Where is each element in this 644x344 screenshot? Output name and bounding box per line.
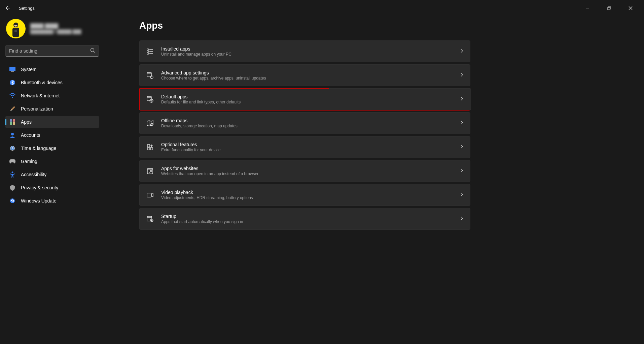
profile-name: ████ ████ [30,23,81,29]
card-title: Apps for websites [161,166,258,171]
card-title: Advanced app settings [161,70,266,75]
svg-rect-43 [147,168,153,174]
card-text: Video playback Video adjustments, HDR st… [161,190,253,200]
svg-rect-14 [10,119,12,122]
svg-rect-1 [608,7,610,10]
svg-point-13 [12,97,13,98]
card-title: Installed apps [161,46,231,52]
map-icon [146,120,154,127]
svg-rect-40 [150,148,153,150]
nav-time[interactable]: Time & language [5,142,99,154]
search-icon [90,48,95,54]
back-button[interactable] [4,5,11,11]
nav-label: System [21,67,37,72]
profile-text: ████ ████ ████████@█████.███ [30,23,81,34]
nav-update[interactable]: Windows Update [5,195,99,207]
list-icon [146,48,154,55]
accessibility-icon [9,171,15,178]
card-sub: Defaults for file and link types, other … [161,100,241,104]
video-icon [146,191,154,199]
chevron-right-icon [460,72,463,79]
back-arrow-icon [5,5,10,11]
nav-gaming[interactable]: Gaming [5,155,99,167]
search-box[interactable] [5,45,99,57]
sidebar: ████ ████ ████████@█████.███ System Blue… [0,16,101,344]
svg-rect-11 [11,71,14,72]
default-apps-icon [146,96,154,103]
svg-point-8 [91,48,94,52]
card-sub: Websites that can open in an app instead… [161,171,258,176]
card-sub: Choose where to get apps, archive apps, … [161,76,266,81]
nav-label: Personalization [21,106,53,112]
card-text: Default apps Defaults for file and link … [161,94,241,104]
card-title: Optional features [161,142,221,147]
minimize-icon [585,6,589,10]
chevron-right-icon [460,96,463,102]
app-gear-icon [146,72,154,79]
svg-rect-38 [147,145,150,147]
page-title: Apps [139,20,644,31]
card-default-apps[interactable]: Default apps Defaults for file and link … [139,88,470,110]
profile-email: ████████@█████.███ [30,29,81,34]
nav-system[interactable]: System [5,63,99,75]
card-installed-apps[interactable]: Installed apps Uninstall and manage apps… [139,40,470,62]
svg-rect-7 [14,30,17,32]
avatar [6,19,26,38]
profile-block[interactable]: ████ ████ ████████@█████.███ [5,19,101,38]
svg-rect-10 [9,67,15,71]
gamepad-icon [9,158,15,164]
clock-icon [9,145,15,151]
nav-accounts[interactable]: Accounts [5,129,99,141]
open-external-icon [146,167,154,175]
card-title: Video playback [161,190,253,195]
nav-label: Accounts [21,132,40,138]
svg-rect-46 [147,216,152,221]
shield-icon [9,185,15,191]
card-text: Installed apps Uninstall and manage apps… [161,46,231,57]
svg-rect-25 [147,53,148,54]
nav-network[interactable]: Network & internet [5,90,99,102]
card-title: Startup [161,214,243,219]
svg-point-31 [150,76,153,79]
svg-point-21 [12,171,13,173]
nav-privacy[interactable]: Privacy & security [5,182,99,194]
body-area: ████ ████ ████████@█████.███ System Blue… [0,16,644,344]
card-advanced-settings[interactable]: Advanced app settings Choose where to ge… [139,64,470,86]
card-sub: Uninstall and manage apps on your PC [161,52,231,57]
nav-label: Windows Update [21,198,57,204]
svg-rect-15 [13,119,15,122]
card-apps-for-websites[interactable]: Apps for websites Websites that can open… [139,160,470,182]
card-text: Startup Apps that start automatically wh… [161,214,243,224]
nav-apps[interactable]: Apps [5,116,99,128]
nav-label: Accessibility [21,172,46,177]
card-text: Offline maps Downloads, storage location… [161,118,238,128]
card-video-playback[interactable]: Video playback Video adjustments, HDR st… [139,184,470,206]
chevron-right-icon [460,120,463,126]
svg-rect-23 [147,49,148,50]
card-startup[interactable]: Startup Apps that start automatically wh… [139,208,470,230]
close-button[interactable] [623,3,638,13]
cards-list: Installed apps Uninstall and manage apps… [139,40,470,230]
card-text: Optional features Extra functionality fo… [161,142,221,152]
card-sub: Extra functionality for your device [161,148,221,152]
nav-label: Gaming [21,159,37,164]
card-offline-maps[interactable]: Offline maps Downloads, storage location… [139,112,470,134]
svg-rect-16 [10,122,12,125]
nav-accessibility[interactable]: Accessibility [5,168,99,181]
card-optional-features[interactable]: Optional features Extra functionality fo… [139,136,470,158]
update-icon [9,198,15,204]
nav-label: Privacy & security [21,185,58,190]
chevron-right-icon [460,216,463,222]
nav-label: Time & language [21,146,56,151]
wifi-icon [9,93,15,99]
svg-rect-32 [147,96,151,101]
maximize-button[interactable] [602,3,616,13]
titlebar-left: Settings [4,5,35,11]
search-input[interactable] [9,48,90,54]
window-title: Settings [19,6,35,11]
nav-bluetooth[interactable]: Bluetooth & devices [5,76,99,89]
svg-line-9 [94,51,95,53]
nav-personalization[interactable]: Personalization [5,103,99,115]
minimize-button[interactable] [580,3,595,13]
card-sub: Apps that start automatically when you s… [161,219,243,224]
